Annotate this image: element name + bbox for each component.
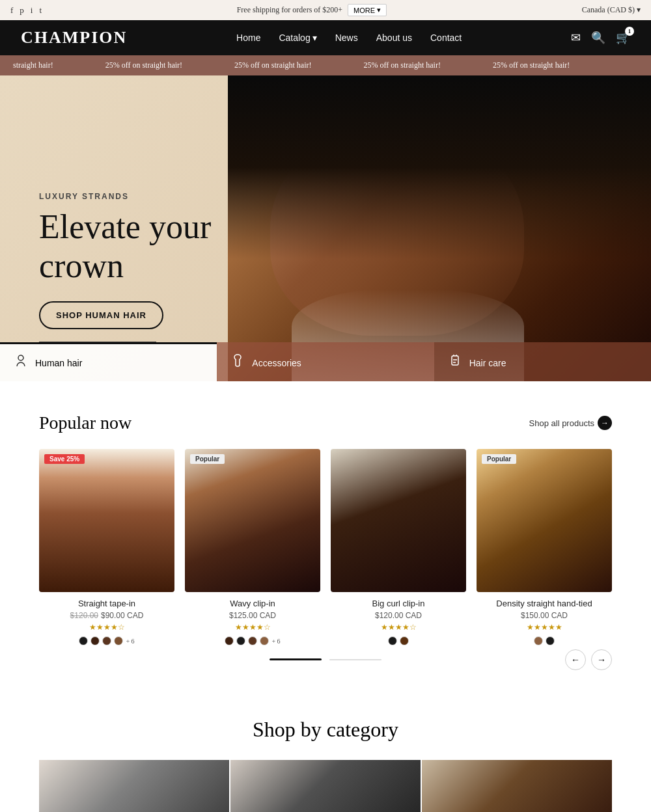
cart-badge: 1 xyxy=(625,27,634,36)
shipping-notice: Free shipping for orders of $200+ MORE ▾ xyxy=(237,4,387,16)
tab-hair-care[interactable]: Hair care xyxy=(434,342,651,381)
product-card-2[interactable]: Popular Wavy clip-in $125.00 CAD ★★★★☆ +… xyxy=(185,449,320,645)
region-selector[interactable]: Canada (CAD $) ▾ xyxy=(582,5,641,15)
product-card-3[interactable]: Big curl clip-in $120.00 CAD ★★★★☆ xyxy=(331,449,466,645)
nav-catalog[interactable]: Catalog ▾ xyxy=(279,33,316,43)
hero-tabs: Human hair Accessories Hair care xyxy=(0,342,651,381)
instagram-icon[interactable]: i xyxy=(31,5,33,16)
popular-title: Popular now xyxy=(39,413,132,433)
tab-human-hair[interactable]: Human hair xyxy=(0,342,217,381)
header: CHAMPION Home Catalog ▾ News About us Co… xyxy=(0,20,651,55)
pinterest-icon[interactable]: p xyxy=(20,5,24,16)
chevron-down-icon: ▾ xyxy=(312,33,317,43)
facebook-icon[interactable]: f xyxy=(10,5,13,16)
nav-about[interactable]: About us xyxy=(376,33,412,43)
svg-rect-1 xyxy=(452,356,458,365)
swatch[interactable] xyxy=(260,636,269,645)
swatch[interactable] xyxy=(225,636,234,645)
product-card-4[interactable]: Popular Density straight hand-tied $150.… xyxy=(477,449,612,645)
product-badge-1: Save 25% xyxy=(44,454,85,464)
promo-msg-2: 25% off on straight hair! xyxy=(105,61,182,70)
product-stars-4: ★★★★★ xyxy=(477,623,612,632)
nav-contact[interactable]: Contact xyxy=(430,33,462,43)
product-carousel: Save 25% Straight tape-in $120.00$90.00 … xyxy=(39,449,612,660)
logo[interactable]: CHAMPION xyxy=(21,28,127,47)
product-image-4: Popular xyxy=(477,449,612,592)
swatch[interactable] xyxy=(534,636,543,645)
product-price-1: $120.00$90.00 CAD xyxy=(39,611,174,620)
swatch[interactable] xyxy=(114,636,123,645)
carousel-prev-button[interactable]: ← xyxy=(565,649,586,670)
swatch[interactable] xyxy=(236,636,245,645)
category-card-3[interactable]: Natural hair xyxy=(422,760,612,812)
accessories-icon xyxy=(230,353,245,372)
swatch[interactable] xyxy=(79,636,88,645)
cart-icon[interactable]: 🛒 1 xyxy=(616,31,630,45)
swatch[interactable] xyxy=(248,636,257,645)
promo-msg-1: straight hair! xyxy=(13,61,53,70)
carousel-controls: ← → xyxy=(39,658,612,660)
tab-hair-care-label: Hair care xyxy=(469,358,506,368)
shop-by-category-title: Shop by category xyxy=(39,718,612,742)
more-button[interactable]: MORE ▾ xyxy=(348,4,387,16)
product-img-sim-4 xyxy=(477,449,612,592)
product-stars-1: ★★★★☆ xyxy=(39,623,174,632)
category-card-1[interactable]: Hair tools xyxy=(39,760,229,812)
chevron-down-icon: ▾ xyxy=(377,6,381,14)
promo-msg-3: 25% off on straight hair! xyxy=(234,61,311,70)
product-price-4: $150.00 CAD xyxy=(477,611,612,620)
tab-human-hair-label: Human hair xyxy=(35,358,82,368)
search-icon[interactable]: 🔍 xyxy=(591,31,605,45)
color-swatches-1: + 6 xyxy=(39,636,174,645)
swatch[interactable] xyxy=(400,636,409,645)
hero-image xyxy=(228,75,651,381)
hero-title: Elevate your crown xyxy=(39,208,211,286)
hero-section: LUXURY STRANDS Elevate your crown SHOP H… xyxy=(0,75,651,381)
product-badge-4: Popular xyxy=(482,454,516,464)
category-card-2[interactable]: Hair care products xyxy=(230,760,421,812)
tiktok-icon[interactable]: t xyxy=(39,5,42,16)
hero-content: LUXURY STRANDS Elevate your crown SHOP H… xyxy=(39,192,211,329)
tab-accessories-label: Accessories xyxy=(252,358,301,368)
shop-by-category-section: Shop by category Hair tools Hair care pr… xyxy=(0,692,651,812)
logo-text: CHAMPION xyxy=(21,28,127,47)
shop-all-link[interactable]: Shop all products → xyxy=(529,416,612,430)
carousel-next-button[interactable]: → xyxy=(591,649,612,670)
swatch[interactable] xyxy=(388,636,397,645)
hair-care-icon xyxy=(447,353,463,372)
tab-accessories[interactable]: Accessories xyxy=(217,342,434,381)
promo-bar: straight hair! 25% off on straight hair!… xyxy=(0,55,651,75)
social-links: f p i t xyxy=(10,5,42,16)
swatch-more-1: + 6 xyxy=(126,638,134,645)
top-bar: f p i t Free shipping for orders of $200… xyxy=(0,0,651,20)
color-swatches-4 xyxy=(477,636,612,645)
arrow-right-icon: → xyxy=(598,416,612,430)
product-card-1[interactable]: Save 25% Straight tape-in $120.00$90.00 … xyxy=(39,449,174,645)
promo-msg-4: 25% off on straight hair! xyxy=(364,61,441,70)
main-nav: Home Catalog ▾ News About us Contact xyxy=(236,33,462,43)
product-name-1: Straight tape-in xyxy=(39,599,174,608)
swatch-more-2: + 6 xyxy=(271,638,280,645)
nav-home[interactable]: Home xyxy=(236,33,260,43)
product-image-2: Popular xyxy=(185,449,320,592)
swatch[interactable] xyxy=(546,636,555,645)
product-stars-3: ★★★★☆ xyxy=(331,623,466,632)
more-label: MORE xyxy=(353,7,375,14)
product-name-2: Wavy clip-in xyxy=(185,599,320,608)
nav-news[interactable]: News xyxy=(335,33,358,43)
product-img-sim-1 xyxy=(39,449,174,592)
region-text: Canada (CAD $) xyxy=(582,5,635,14)
old-price-1: $120.00 xyxy=(70,611,98,620)
product-grid: Save 25% Straight tape-in $120.00$90.00 … xyxy=(39,449,612,645)
product-name-4: Density straight hand-tied xyxy=(477,599,612,608)
product-stars-2: ★★★★☆ xyxy=(185,623,320,632)
swatch[interactable] xyxy=(90,636,100,645)
human-hair-icon xyxy=(13,353,29,372)
shop-human-hair-button[interactable]: SHOP HUMAN HAIR xyxy=(39,301,163,329)
email-icon[interactable]: ✉ xyxy=(571,31,581,45)
carousel-indicator-active xyxy=(270,658,322,660)
carousel-arrow-controls: ← → xyxy=(565,649,612,670)
product-price-2: $125.00 CAD xyxy=(185,611,320,620)
swatch[interactable] xyxy=(102,636,111,645)
promo-msg-5: 25% off on straight hair! xyxy=(493,61,570,70)
